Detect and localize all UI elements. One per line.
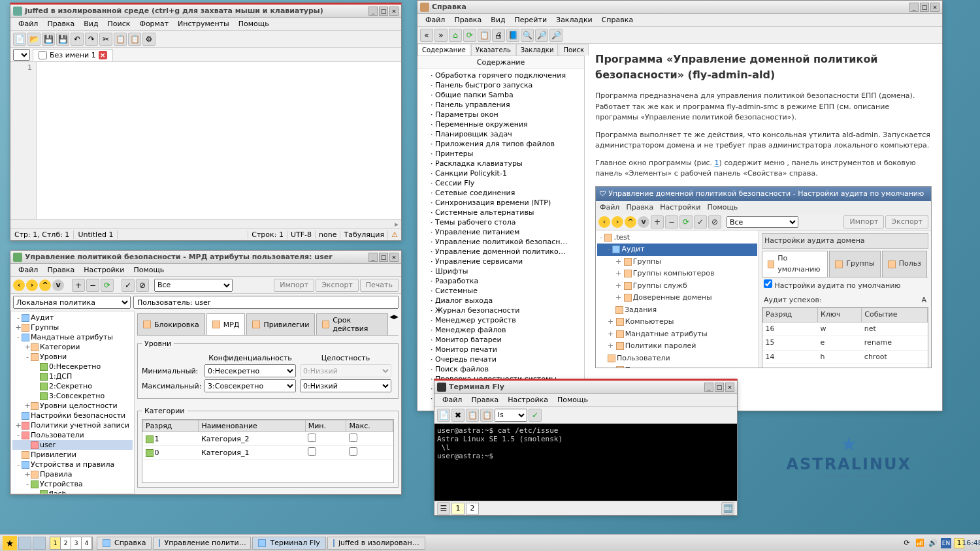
- close-button[interactable]: ×: [725, 383, 734, 392]
- nav-fwd-icon[interactable]: ›: [26, 279, 38, 291]
- sidebar-tab[interactable]: Закладки: [516, 44, 559, 55]
- close-button[interactable]: ×: [389, 7, 399, 16]
- workspace-pager[interactable]: 1234: [50, 537, 93, 550]
- start-button[interactable]: ★: [3, 536, 17, 550]
- volume-icon[interactable]: 🔊: [928, 538, 938, 548]
- refresh-icon[interactable]: ⟳: [101, 279, 114, 292]
- col-header[interactable]: Макс.: [346, 420, 393, 432]
- new-tab-icon[interactable]: 📄: [437, 409, 450, 422]
- min-checkbox[interactable]: [308, 447, 316, 456]
- tab-list-icon[interactable]: ☰: [437, 502, 450, 515]
- taskbar-task[interactable]: Управление полити…: [153, 537, 251, 550]
- nav-up-icon[interactable]: ^: [39, 279, 51, 291]
- find-icon[interactable]: 🔍: [521, 29, 534, 42]
- menu-item[interactable]: Файл: [421, 14, 449, 25]
- terminal-tab-2[interactable]: 2: [466, 503, 479, 514]
- toc-item[interactable]: · Приложения для типов файлов: [419, 139, 583, 149]
- juffed-titlebar[interactable]: juffed в изолированной среде (ctrl+g для…: [10, 5, 401, 18]
- toc-item[interactable]: · Темы рабочего стола: [419, 217, 583, 227]
- quicklaunch-files[interactable]: [18, 537, 31, 550]
- tree-node[interactable]: +Категории: [12, 342, 133, 352]
- copy-icon[interactable]: 📋: [114, 33, 127, 46]
- toc-item[interactable]: · Переменные окружения: [419, 119, 583, 129]
- tree-node[interactable]: user: [12, 440, 133, 450]
- scroll-right-icon[interactable]: ▸: [392, 220, 401, 228]
- menu-item[interactable]: Правка: [467, 394, 502, 405]
- taskbar-task[interactable]: juffed в изолирован…: [327, 537, 425, 550]
- tree-node[interactable]: -Пользователи: [12, 430, 133, 440]
- contents-tree[interactable]: · Обработка горячего подключения· Панель…: [417, 69, 584, 411]
- max-int-select[interactable]: 0:Низкий: [300, 379, 391, 392]
- pager-cell[interactable]: 3: [71, 537, 82, 549]
- undo-icon[interactable]: ↶: [71, 33, 84, 46]
- menu-item[interactable]: Помощь: [129, 264, 168, 276]
- updates-icon[interactable]: ⟳: [902, 538, 912, 548]
- print-icon[interactable]: 🖨: [492, 29, 505, 42]
- terminal-output[interactable]: user@astra:~$ cat /etc/issue Astra Linux…: [434, 424, 737, 501]
- col-header[interactable]: Разряд: [143, 420, 199, 432]
- menu-item[interactable]: Настройка: [504, 394, 552, 405]
- min-checkbox[interactable]: [308, 433, 316, 442]
- home-icon[interactable]: ⌂: [449, 29, 462, 42]
- book-icon[interactable]: 📘: [506, 29, 519, 42]
- tree-node[interactable]: 0:Несекретно: [12, 362, 133, 371]
- menu-item[interactable]: Перейти: [511, 14, 551, 25]
- menu-item[interactable]: Правка: [450, 14, 485, 25]
- user-search-input[interactable]: [133, 296, 399, 309]
- menu-item[interactable]: Вид: [80, 18, 102, 29]
- reload-icon[interactable]: ⟳: [463, 29, 476, 42]
- table-row[interactable]: 0Категория_1: [143, 446, 393, 460]
- taskbar-task[interactable]: Справка: [97, 537, 152, 550]
- toc-item[interactable]: · Управление сервисами: [419, 257, 583, 266]
- tree-node[interactable]: 3:Совсекретно: [12, 391, 133, 401]
- apply-icon[interactable]: ✓: [122, 279, 135, 292]
- editor-area[interactable]: 1: [10, 62, 401, 219]
- pager-cell[interactable]: 2: [61, 537, 71, 549]
- remove-icon[interactable]: −: [86, 279, 99, 292]
- pager-cell[interactable]: 1: [50, 537, 61, 549]
- sidebar-tab[interactable]: Содержание: [417, 44, 470, 55]
- terminal-titlebar[interactable]: Терминал Fly _ □ ×: [434, 381, 737, 394]
- tree-node[interactable]: -Аудит: [12, 313, 133, 323]
- export-button[interactable]: Экспорт: [316, 279, 359, 292]
- toc-item[interactable]: · Управление питанием: [419, 227, 583, 237]
- toc-item[interactable]: · Обработка горячего подключения: [419, 71, 583, 80]
- categories-grid[interactable]: РазрядНаименованиеМин.Макс.1Категория_20…: [142, 419, 394, 483]
- panel-tab[interactable]: Срок действия: [316, 313, 388, 335]
- paste-icon[interactable]: 📋: [128, 33, 141, 46]
- max-conf-select[interactable]: 3:Совсекретно: [204, 379, 296, 392]
- add-icon[interactable]: +: [72, 279, 85, 292]
- menu-item[interactable]: Файл: [438, 394, 466, 405]
- menu-item[interactable]: Файл: [14, 264, 42, 276]
- min-int-select[interactable]: 0:Низкий: [300, 364, 391, 377]
- indent[interactable]: Табуляция: [340, 230, 387, 239]
- toc-item[interactable]: · Параметры окон: [419, 110, 583, 119]
- keyboard-layout[interactable]: EN: [941, 538, 951, 548]
- print-button[interactable]: Печать: [360, 279, 399, 292]
- network-icon[interactable]: 📶: [915, 538, 925, 548]
- toc-item[interactable]: · Поиск файлов: [419, 364, 583, 374]
- menu-item[interactable]: Помощь: [707, 202, 738, 213]
- help-titlebar[interactable]: Справка _ □ ×: [417, 1, 942, 14]
- toc-item[interactable]: · Синхронизация времени (NTP): [419, 198, 583, 208]
- toc-item[interactable]: · Диалог выхода: [419, 296, 583, 306]
- toc-item[interactable]: · Системные альтернативы: [419, 208, 583, 217]
- toc-item[interactable]: · Менеджер устройств: [419, 315, 583, 325]
- import-button[interactable]: Импорт: [274, 279, 314, 292]
- max-checkbox[interactable]: [349, 433, 357, 442]
- toc-item[interactable]: · Менеджер файлов: [419, 325, 583, 335]
- menu-item[interactable]: Настройки: [80, 264, 128, 276]
- encoding[interactable]: UTF-8: [287, 230, 315, 239]
- command-select[interactable]: ls: [495, 409, 527, 422]
- min-conf-select[interactable]: 0:Несекретно: [204, 364, 296, 377]
- close-tab-icon[interactable]: ✖: [451, 409, 465, 422]
- tab-scroll-icon[interactable]: ◀▶: [389, 313, 399, 335]
- minimize-button[interactable]: _: [909, 3, 919, 12]
- panel-tab[interactable]: Блокировка: [137, 313, 205, 335]
- tree-node[interactable]: -Мандатные атрибуты: [12, 332, 133, 342]
- tree-node[interactable]: -Устройства: [12, 479, 133, 489]
- settings-icon[interactable]: ⚙: [142, 33, 155, 46]
- tree-node[interactable]: +Группы: [12, 323, 133, 332]
- maximize-button[interactable]: □: [715, 383, 724, 392]
- toc-item[interactable]: · Сессии Fly: [419, 178, 583, 188]
